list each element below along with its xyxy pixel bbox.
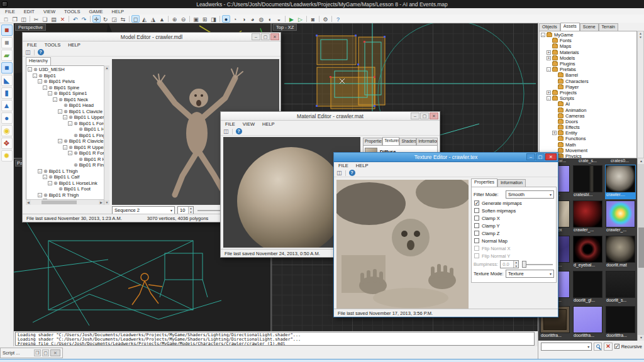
expander-icon[interactable]: - [48,91,52,96]
expander-icon[interactable]: - [63,145,67,150]
tree-item[interactable]: - Bip01 Spine1 [26,90,109,97]
tree-item[interactable]: Characters [540,79,636,84]
help[interactable]: ? [334,15,342,23]
texture-option-checkbox[interactable]: Generate mipmaps [474,199,554,207]
texture-tab[interactable]: Information [497,179,526,187]
search-input[interactable]: ▾ [541,343,592,351]
menu-item[interactable]: EDIT [24,9,35,14]
zoom-out[interactable]: ⊖ [179,15,187,23]
expander-icon[interactable]: - [63,115,67,119]
help-icon[interactable]: ? [38,49,44,55]
divider[interactable] [285,16,286,22]
tree-item[interactable]: Animation [540,107,636,112]
divider[interactable] [319,16,319,22]
render-mode-7[interactable]: ◒ [275,15,283,23]
menu-item[interactable]: VIEW [43,9,55,14]
asset-label-partial[interactable]: crate_s... [572,158,604,164]
divider[interactable] [331,16,332,22]
delete[interactable]: ✕ [58,15,67,23]
scroll-right-icon[interactable]: ▶ [99,200,104,205]
thumbnail-scrollbar[interactable]: ▲ ▼ [637,158,644,341]
mirror-tool[interactable]: ⇆ [119,15,127,23]
tree-vscrollbar[interactable]: ▲ ▼ [104,65,109,205]
asset-label-partial[interactable]: crates0... [604,158,636,164]
tree-item[interactable]: - Bip01 L HorseLink [26,180,109,187]
redo[interactable]: ↷ [80,15,88,23]
asset-thumbnail[interactable]: cratesbl... [572,165,603,199]
asset-thumbnail[interactable]: crawler_... [572,200,603,234]
asset-thumbnail[interactable]: doorlit_gl... [572,270,603,305]
texture-editor-window[interactable]: Texture Editor - crawler.tex – ▢ ✕ FILEH… [333,152,558,317]
maximize-button[interactable]: ▢ [261,33,270,40]
copy[interactable]: ❏ [41,15,49,23]
new-file[interactable]: □ [2,15,10,23]
save-icon[interactable]: ◫ [223,128,229,135]
scroll-down-icon[interactable]: ▼ [638,335,644,341]
texture-option-checkbox[interactable]: Flip Normal X [474,244,554,252]
save-icon[interactable]: ◫ [25,49,31,56]
tree-item[interactable]: Cameras [540,113,636,119]
expander-icon[interactable]: + [552,131,557,135]
divider[interactable] [219,16,220,22]
expander-icon[interactable]: - [68,121,72,126]
expander-icon[interactable]: - [53,97,57,102]
window-titlebar[interactable]: Model Editor - crawler.mdl – ▢ ✕ [23,33,280,41]
divider[interactable] [189,16,190,22]
minimize-button[interactable]: – [526,153,535,160]
tree-item[interactable]: - MyGame [540,32,636,38]
tree-item[interactable]: - U3D_MESH [26,67,109,73]
save-file[interactable]: ◫ [19,15,28,23]
texture-option-checkbox[interactable]: Normal Map [474,237,554,244]
expander-icon[interactable]: - [28,67,32,72]
undo[interactable]: ↶ [71,15,79,23]
asset-thumbnail[interactable]: doorlit_s... [605,270,636,305]
render-mode-4[interactable]: ◕ [248,15,257,23]
expander-icon[interactable]: - [58,139,62,143]
slider-handle[interactable] [522,261,526,268]
run-debug[interactable]: ▷ [296,15,304,23]
scrollbar-thumb[interactable] [42,200,77,204]
tree-item[interactable]: Effects [540,124,636,130]
tree-item[interactable]: Bip01 Head [26,102,109,109]
close-button[interactable]: ✕ [430,112,438,119]
checkbox[interactable] [474,200,479,206]
divider[interactable] [90,16,91,22]
bumpiness-slider[interactable] [521,260,554,268]
expander-icon[interactable]: - [541,33,545,37]
tree-item[interactable]: - Bip01 R Thigh [26,192,109,199]
render-mode-5[interactable]: ◍ [257,15,265,23]
restore-button[interactable]: ❐ [34,349,41,356]
expander-icon[interactable]: - [68,151,72,155]
console-log[interactable]: Loading shader "C:/Users/Josh/Documents/… [15,332,535,346]
sun-tool[interactable]: ✹ [1,150,13,162]
maximize-button[interactable]: ▢ [42,349,49,356]
tree-item[interactable]: Maps [540,43,636,49]
expander-icon[interactable]: - [58,109,62,114]
search-button[interactable] [594,343,602,351]
texture-option-checkbox[interactable]: Flip Normal Y [474,252,554,260]
texture-option-checkbox[interactable]: Clamp Z [474,229,554,237]
cut[interactable]: ✂ [32,15,40,23]
window-titlebar[interactable]: Material Editor - crawler.mat – ▢ ✕ [221,112,440,121]
expander-icon[interactable]: - [43,85,47,90]
tree-item[interactable]: - Bip01 L Forearm [26,121,109,127]
menu-item[interactable]: FILE [27,42,37,48]
tree-item[interactable]: - Bip01 L Thigh [26,168,109,175]
menu-item[interactable]: FILE [225,121,235,127]
spinner-arrows-icon[interactable]: ▲▼ [188,207,193,214]
tree-item[interactable]: + Projects [540,90,636,96]
cone-brush[interactable]: ▲ [1,100,13,111]
box-brush-blue[interactable]: ■ [1,62,13,74]
tree-item[interactable]: Bip01 L Finger0 [26,133,109,139]
divider[interactable] [129,16,130,22]
model-tool[interactable]: ❖ [1,138,13,149]
run-game[interactable]: ▶ [287,15,296,23]
script-window-minimized[interactable]: Script ... ❐ ▢ ✕ [0,348,63,358]
tree-item[interactable]: Math [540,142,636,148]
menu-item[interactable]: HELP [112,9,125,14]
recursive-checkbox[interactable]: Recursive [614,344,642,349]
render-mode-6[interactable]: ◐ [266,15,274,23]
filter-mode-select[interactable]: Smooth ▾ [506,190,554,199]
close-button[interactable]: ✕ [50,349,60,356]
tree-item[interactable]: AI [540,101,636,107]
